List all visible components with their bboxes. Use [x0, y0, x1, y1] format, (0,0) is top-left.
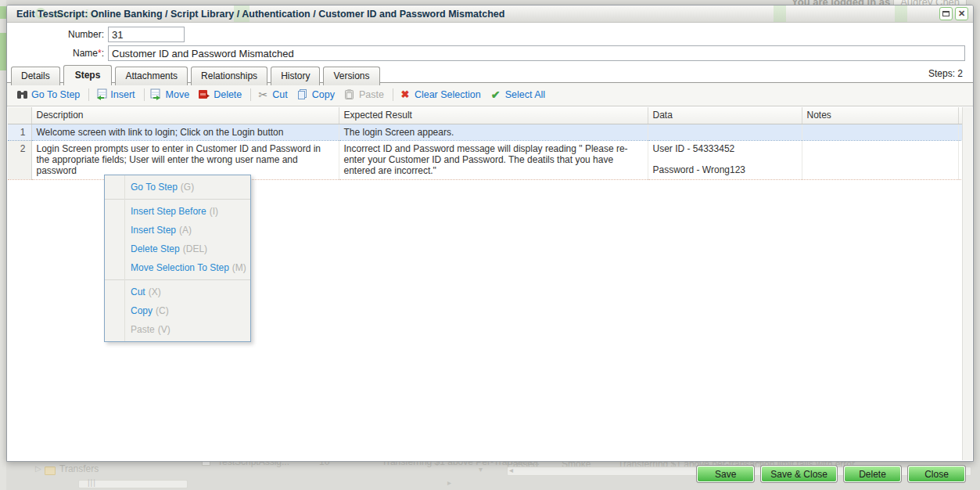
- table-row-step-1[interactable]: 1 Welcome screen with link to login; Cli…: [8, 124, 970, 140]
- steps-context-menu: Go To Step(G) Insert Step Before(I) Inse…: [104, 175, 251, 342]
- scroll-left-arrow-icon: ◂: [509, 466, 513, 474]
- tab-details[interactable]: Details: [11, 67, 60, 85]
- background-left-edge: [0, 0, 6, 490]
- tab-steps[interactable]: Steps: [63, 65, 113, 85]
- name-label: Name*:: [7, 48, 104, 59]
- ghost-tree-item: Transfers: [59, 463, 99, 474]
- number-field[interactable]: [108, 27, 185, 42]
- name-field[interactable]: [108, 45, 965, 61]
- step-1-notes-cell[interactable]: [802, 124, 958, 140]
- steps-table: Description Expected Result Data Notes 1…: [8, 107, 970, 180]
- paste-button[interactable]: Paste: [343, 88, 384, 101]
- row-number: 1: [8, 124, 31, 140]
- menu-item-insert-step-before[interactable]: Insert Step Before(I): [105, 202, 250, 221]
- move-icon: [150, 88, 163, 101]
- paste-icon: [343, 88, 356, 101]
- close-button-footer[interactable]: Close: [908, 466, 965, 482]
- close-button[interactable]: ✕: [955, 7, 968, 20]
- menu-item-copy[interactable]: Copy(C): [105, 301, 250, 320]
- menu-separator: [105, 279, 250, 280]
- step-2-data-cell[interactable]: User ID - 54333452 Password - Wrong123: [648, 140, 802, 179]
- toolbar-separator: [393, 88, 393, 101]
- move-button[interactable]: Move: [150, 88, 190, 101]
- maximize-icon: [942, 11, 949, 16]
- menu-item-insert-step[interactable]: Insert Step(A): [105, 221, 250, 240]
- step-1-expected-cell[interactable]: The login Screen appears.: [339, 124, 648, 140]
- edit-testscript-dialog: nterprise Edit TestScript: Online Bankin…: [6, 5, 974, 462]
- splitter-grip-icon: |||: [88, 478, 96, 487]
- dialog-title: Edit TestScript: Online Banking / Script…: [16, 9, 504, 20]
- tab-attachments[interactable]: Attachments: [115, 67, 188, 85]
- tab-versions[interactable]: Versions: [323, 67, 379, 85]
- row-number-header: [8, 107, 31, 124]
- background-left-accent: [0, 33, 6, 70]
- select-all-icon: ✔: [490, 88, 502, 101]
- step-1-data-cell[interactable]: [648, 124, 802, 140]
- copy-button[interactable]: Copy: [296, 88, 335, 101]
- dropdown-arrow-icon: ▾: [479, 465, 483, 474]
- delete-icon: [198, 88, 210, 101]
- clear-selection-button[interactable]: ✖ Clear Selection: [399, 88, 481, 101]
- vertical-scrollbar[interactable]: [962, 107, 972, 460]
- cut-icon: ✂: [257, 88, 269, 101]
- goto-step-icon: [16, 88, 28, 101]
- steps-count: Steps: 2: [928, 68, 963, 79]
- tab-history[interactable]: History: [271, 67, 320, 85]
- number-label: Number:: [7, 29, 104, 40]
- step-1-description-cell[interactable]: Welcome screen with link to login; Click…: [31, 124, 339, 140]
- menu-item-paste[interactable]: Paste(V): [105, 320, 250, 339]
- tree-expander-icon: ▷: [35, 464, 41, 473]
- menu-item-cut[interactable]: Cut(X): [105, 283, 250, 301]
- toolbar-separator: [144, 88, 145, 101]
- dialog-footer: Save Save & Close Delete Close: [697, 466, 965, 482]
- tab-relationships[interactable]: Relationships: [191, 67, 267, 85]
- background-left-accent: [0, 6, 6, 19]
- close-icon: ✕: [958, 9, 965, 18]
- column-header-notes[interactable]: Notes: [802, 107, 958, 124]
- menu-item-delete-step[interactable]: Delete Step(DEL): [105, 240, 250, 258]
- titlebar-ghost-shape: [895, 5, 907, 23]
- titlebar-ghost-shape: [774, 5, 786, 23]
- steps-toolbar: Go To Step Insert Move Delete ✂ Cut: [7, 83, 973, 106]
- table-row-step-2[interactable]: 2 Login Screen prompts user to enter in …: [8, 140, 970, 179]
- table-header-row: Description Expected Result Data Notes: [8, 107, 970, 124]
- tab-bar: Details Steps Attachments Relationships …: [11, 65, 380, 85]
- toolbar-separator: [88, 88, 89, 101]
- save-and-close-button[interactable]: Save & Close: [761, 466, 837, 482]
- save-button[interactable]: Save: [697, 466, 754, 482]
- step-2-description-cell[interactable]: Login Screen prompts user to enter in Cu…: [31, 140, 339, 179]
- toolbar-separator: [250, 88, 251, 101]
- step-2-data-password: Password - Wrong123: [653, 164, 797, 175]
- scroll-right-arrow-icon: ▸: [447, 478, 451, 487]
- cut-button[interactable]: ✂ Cut: [257, 88, 287, 101]
- column-header-expected-result[interactable]: Expected Result: [339, 107, 648, 124]
- column-header-data[interactable]: Data: [648, 107, 802, 124]
- folder-icon: [45, 467, 56, 475]
- menu-item-move-selection-to-step[interactable]: Move Selection To Step(M): [105, 258, 250, 277]
- go-to-step-button[interactable]: Go To Step: [16, 88, 80, 101]
- clear-selection-icon: ✖: [399, 88, 411, 101]
- delete-button[interactable]: Delete: [198, 88, 242, 101]
- column-header-description[interactable]: Description: [31, 107, 339, 124]
- insert-icon: [95, 88, 107, 101]
- copy-icon: [296, 88, 309, 101]
- dialog-titlebar[interactable]: nterprise Edit TestScript: Online Bankin…: [7, 5, 973, 23]
- menu-item-go-to-step[interactable]: Go To Step(G): [105, 178, 250, 196]
- maximize-button[interactable]: [939, 7, 953, 20]
- insert-button[interactable]: Insert: [95, 88, 135, 101]
- step-2-notes-cell[interactable]: [802, 140, 958, 179]
- select-all-button[interactable]: ✔ Select All: [490, 88, 545, 101]
- menu-separator: [105, 199, 250, 200]
- step-2-expected-cell[interactable]: Incorrect ID and Password message will d…: [339, 140, 648, 179]
- step-2-data-user-id: User ID - 54333452: [653, 143, 797, 154]
- row-number: 2: [8, 140, 31, 179]
- delete-button-footer[interactable]: Delete: [844, 466, 901, 482]
